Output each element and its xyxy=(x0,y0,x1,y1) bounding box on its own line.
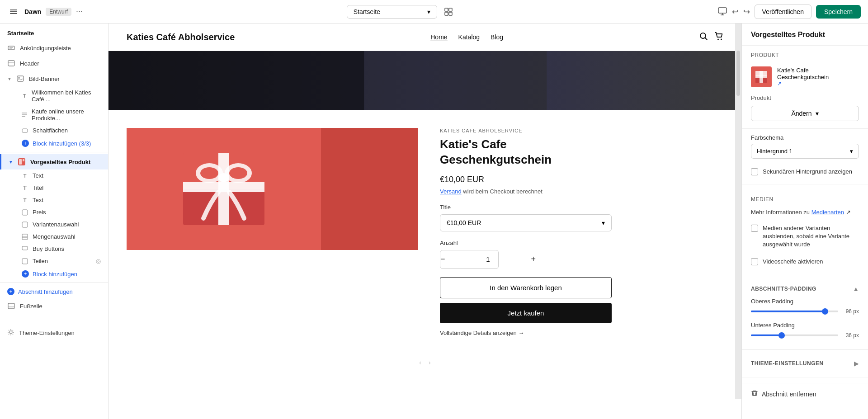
page-select-dropdown[interactable]: Startseite ▾ xyxy=(347,5,437,19)
button-icon xyxy=(22,127,28,134)
sidebar-sub-text1[interactable]: T Text xyxy=(0,169,108,182)
oberes-padding-thumb[interactable] xyxy=(822,308,828,315)
product-brand: KATIES CAFE ABHOLSERVICE xyxy=(440,128,612,133)
medien-checkbox2-label: Videoscheife aktivieren xyxy=(763,258,823,266)
collapse-vp-arrow: ▼ xyxy=(9,160,13,165)
shipping-link[interactable]: Versand xyxy=(440,188,462,195)
sidebar-sub-preis[interactable]: Preis xyxy=(0,206,108,218)
secondary-bg-checkbox[interactable] xyxy=(751,168,758,175)
sidebar-item-fusszeile[interactable]: Fußzeile xyxy=(0,298,108,314)
buy-now-button[interactable]: Jetzt kaufen xyxy=(440,303,612,323)
qty-plus-button[interactable]: + xyxy=(531,250,536,268)
medien-checkbox1[interactable] xyxy=(751,225,758,232)
pagination-dots: ‹ › xyxy=(108,354,741,371)
variant-select[interactable]: €10,00 EUR ▾ xyxy=(440,214,612,231)
change-button[interactable]: Ändern ▾ xyxy=(751,106,859,121)
sidebar-item-header[interactable]: Header xyxy=(0,56,108,71)
variantenauswahl-label: Variantenauswahl xyxy=(33,221,79,228)
menu-icon[interactable] xyxy=(7,5,20,18)
image-icon xyxy=(16,75,24,83)
preview-scrollbar[interactable] xyxy=(735,24,741,399)
visibility-off-icon[interactable]: ◎ xyxy=(96,258,101,264)
willkommen-label: Willkommen bei Katies Café ... xyxy=(32,89,101,103)
unteres-padding-slider-row: 36 px xyxy=(742,332,868,344)
settings-icon xyxy=(7,329,14,337)
grid-icon[interactable] xyxy=(443,5,453,19)
sidebar-sub-teilen[interactable]: Teilen ◎ xyxy=(0,255,108,267)
product-info: KATIES CAFE ABHOLSERVICE Katie's Cafe Ge… xyxy=(440,128,612,336)
svg-rect-1 xyxy=(10,11,17,12)
text-small-icon1: T xyxy=(22,173,28,179)
sidebar-item-vorgestelltes[interactable]: ▼ Vorgestelltes Produkt xyxy=(0,154,108,169)
remove-section-row[interactable]: Abschnitt entfernen xyxy=(742,383,868,405)
sidebar-right: Vorgestelltes Produkt Produkt Katie's Ca… xyxy=(741,24,868,419)
farbschema-select[interactable]: Hintergrund 1 ▾ xyxy=(751,144,859,159)
svg-rect-3 xyxy=(445,8,448,11)
svg-rect-27 xyxy=(22,237,28,240)
topbar: Dawn Entwurf ··· Startseite ▾ ↩ ↪ V xyxy=(0,0,868,24)
sidebar-item-ankuendigungs[interactable]: Ankündigungsleiste xyxy=(0,40,108,56)
add-block-label: Block hinzufügen (3/3) xyxy=(33,140,91,147)
svg-rect-6 xyxy=(449,12,452,15)
product-card-image xyxy=(751,66,772,87)
sidebar-item-bild-banner[interactable]: ▼ Bild-Banner xyxy=(0,71,108,86)
svg-rect-28 xyxy=(22,246,28,250)
product-details-link[interactable]: Vollständige Details anzeigen → xyxy=(440,330,612,336)
svg-rect-38 xyxy=(108,51,364,110)
product-label-row: Produkt xyxy=(742,92,868,106)
qty-minus-button[interactable]: − xyxy=(440,250,445,268)
product-card-external-link[interactable]: ↗ xyxy=(777,80,859,87)
padding-collapse-icon[interactable]: ▲ xyxy=(853,285,859,292)
unteres-padding-track[interactable] xyxy=(751,334,838,336)
list-icon xyxy=(22,112,27,118)
theme-settings-label: Theme-Einstellungen xyxy=(19,330,75,336)
sidebar-sub-text2[interactable]: T Text xyxy=(0,194,108,206)
more-options-icon[interactable]: ··· xyxy=(76,7,83,16)
product-card: Katie's Cafe Geschenkgutschein ↗ xyxy=(742,62,868,92)
svg-rect-0 xyxy=(10,9,17,10)
oberes-padding-fill xyxy=(751,311,825,312)
svg-rect-2 xyxy=(10,13,17,14)
variant-chevron-icon: ▾ xyxy=(602,219,605,226)
oberes-padding-track[interactable] xyxy=(751,311,838,312)
add-to-cart-button[interactable]: In den Warenkorb legen xyxy=(440,277,612,298)
medien-checkbox2[interactable] xyxy=(751,258,758,265)
share-icon xyxy=(22,258,28,264)
device-icon[interactable] xyxy=(717,6,727,18)
save-button[interactable]: Speichern xyxy=(816,5,861,19)
qty-label: Anzahl xyxy=(440,240,612,246)
nav-katalog[interactable]: Katalog xyxy=(458,33,480,41)
add-section[interactable]: + Abschnitt hinzufügen xyxy=(0,285,108,298)
svg-point-16 xyxy=(18,77,19,79)
sidebar-sub-mengenauswahl[interactable]: Mengenauswahl xyxy=(0,231,108,243)
cart-icon[interactable] xyxy=(714,32,723,42)
medien-info: Mehr Informationen zu Medienarten ↗ xyxy=(742,206,868,221)
nav-home[interactable]: Home xyxy=(430,33,447,41)
add-block-bild[interactable]: + Block hinzufügen (3/3) xyxy=(0,137,108,150)
sidebar-sub-buy-buttons[interactable]: Buy Buttons xyxy=(0,243,108,255)
search-icon[interactable] xyxy=(699,32,708,42)
publish-button[interactable]: Veröffentlichen xyxy=(755,5,811,19)
qty-input[interactable] xyxy=(445,255,531,263)
next-arrow[interactable]: › xyxy=(429,359,431,366)
nav-blog[interactable]: Blog xyxy=(491,33,503,41)
topbar-right: ↩ ↪ Veröffentlichen Speichern xyxy=(717,5,861,19)
unteres-padding-thumb[interactable] xyxy=(778,332,785,339)
theme-settings-row[interactable]: THIEME-EINSTELLUNGEN ▶ xyxy=(742,355,868,372)
svg-rect-39 xyxy=(364,51,547,110)
redo-icon[interactable]: ↪ xyxy=(743,7,750,17)
sidebar-sub-titel[interactable]: T Titel xyxy=(0,182,108,194)
svg-rect-7 xyxy=(718,8,726,13)
sidebar-sub-kaufe[interactable]: Kaufe online unsere Produkte... xyxy=(0,105,108,124)
undo-icon[interactable]: ↩ xyxy=(732,7,739,17)
svg-rect-23 xyxy=(23,159,24,161)
theme-settings-bottom[interactable]: Theme-Einstellungen xyxy=(0,323,108,343)
medien-link[interactable]: Medienarten xyxy=(811,209,844,216)
svg-rect-22 xyxy=(19,159,22,165)
add-block-vp[interactable]: + Block hinzufügen xyxy=(0,267,108,281)
sidebar-sub-willkommen[interactable]: T Willkommen bei Katies Café ... xyxy=(0,86,108,105)
ankuendigungs-label: Ankündigungsleiste xyxy=(20,45,101,52)
sidebar-sub-schaltflaechen[interactable]: Schaltflächen xyxy=(0,124,108,137)
prev-arrow[interactable]: ‹ xyxy=(419,359,421,366)
sidebar-sub-variantenauswahl[interactable]: Variantenauswahl xyxy=(0,218,108,231)
